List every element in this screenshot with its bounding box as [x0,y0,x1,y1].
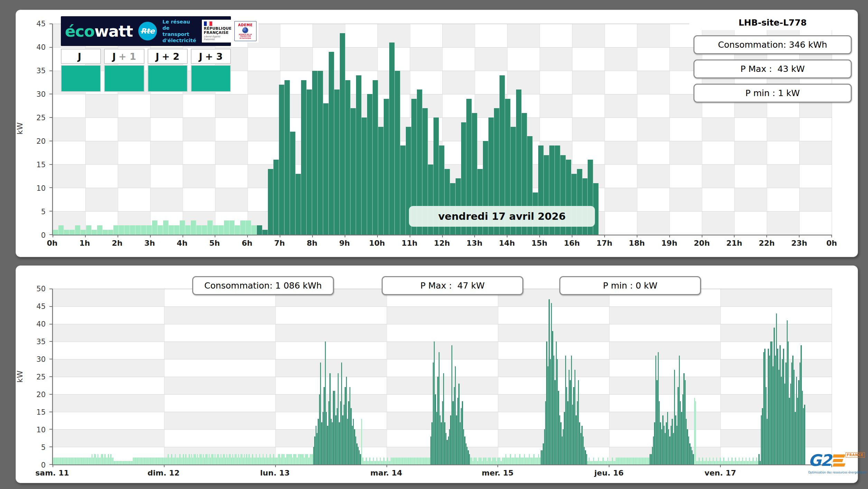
ecowatt-signal-image [148,65,188,92]
forecast-tile-j2[interactable]: J+ 2 [148,49,188,92]
x-axis-days: sam. 11dim. 12lun. 13mar. 14mer. 15jeu. … [52,469,832,479]
french-flag-icon [204,21,212,26]
g2e-logo: G2 FRANCE Optimisation des ressources én… [808,452,857,481]
ecowatt-signal-image [61,65,101,92]
stat-consommation-week: Consommation: 1 086 kWh [192,276,334,295]
y-axis-unit: kW [16,370,24,383]
week-chart-panel: kW 05101520253035404550 sam. 11dim. 12lu… [16,265,858,483]
ecowatt-signal-image [104,65,144,92]
y-axis: 051015202530354045 [30,24,50,235]
ecowatt-wordmark: écowatt [65,23,133,39]
stat-pmin-week: P min : 0 kW [559,276,701,295]
republique-francaise-block: RÉPUBLIQUE FRANÇAISE Liberté Égalité Fra… [204,21,232,41]
site-stats: LHB-site-L778 Consommation: 346 kWh P Ma… [689,15,856,103]
stat-pmin-day: P min : 1 kW [693,84,852,103]
forecast-tile-j[interactable]: J [61,49,101,92]
site-title: LHB-site-L778 [689,15,856,30]
energy-dashboard: { "header": { "site_label": "LHB-site-L7… [0,0,868,489]
ademe-logo: ADEME AGENCE DE LA TRANSITION ÉCOLOGIQUE [234,21,256,41]
rte-logo: Rte [138,22,157,40]
forecast-tile-j1[interactable]: J+ 1 [104,49,144,92]
day-chart-panel: kW 051015202530354045 vendredi 17 avril … [16,10,858,257]
y-axis-unit: kW [16,122,24,135]
republique-francaise-card: RÉPUBLIQUE FRANÇAISE Liberté Égalité Fra… [202,20,259,43]
forecast-tiles: J J+ 1 J+ 2 J+ 3 [61,49,231,92]
y-axis: 05101520253035404550 [30,289,50,465]
rte-tagline: Le réseau de transport d'électricité [162,19,196,44]
ecowatt-logo: écowatt Rte Le réseau de transport d'éle… [61,16,231,46]
power-bars [53,289,832,464]
globe-icon [242,27,248,33]
stat-pmax-week: P Max : 47 kW [382,276,523,295]
date-label: vendredi 17 avril 2026 [409,206,595,227]
g2e-e-glyph [833,454,845,467]
x-axis-hours: 0h1h2h3h4h5h6h7h8h9h10h11h12h13h14h15h16… [52,239,832,249]
stat-pmax-day: P Max : 43 kW [693,59,852,78]
ecowatt-signal-image [191,65,231,92]
plot-area [52,289,832,465]
week-chart: kW 05101520253035404550 sam. 11dim. 12lu… [16,266,858,483]
stat-consommation-day: Consommation: 346 kWh [693,35,852,54]
forecast-tile-j3[interactable]: J+ 3 [191,49,231,92]
